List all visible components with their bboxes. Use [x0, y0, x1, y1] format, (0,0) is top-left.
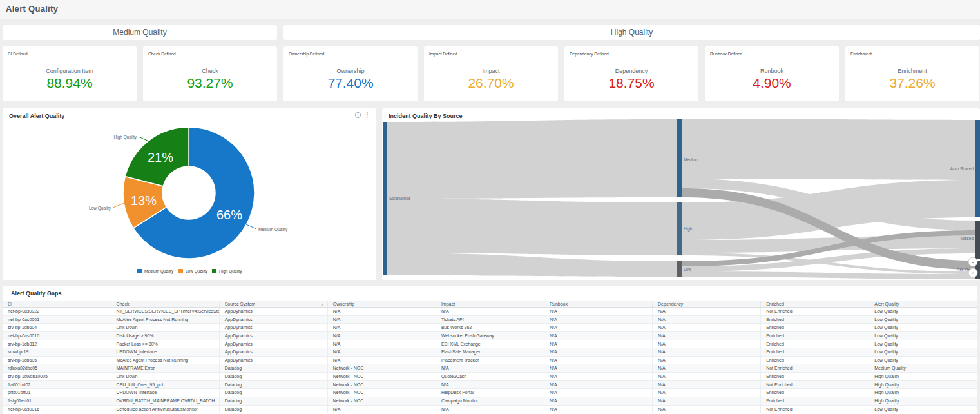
svg-text:Medium: Medium	[684, 157, 698, 162]
svg-text:SolarWinds: SolarWinds	[389, 196, 411, 201]
svg-text:21%: 21%	[148, 150, 173, 164]
svg-text:Missed: Missed	[960, 236, 974, 241]
svg-text:Low: Low	[684, 267, 691, 271]
svg-text:Low Quality: Low Quality	[89, 206, 111, 211]
svg-text:High: High	[684, 226, 693, 232]
svg-text:High Quality: High Quality	[114, 135, 137, 140]
svg-text:Low Quality: Low Quality	[186, 269, 208, 274]
svg-text:66%: 66%	[216, 208, 242, 222]
svg-text:13%: 13%	[131, 193, 157, 208]
svg-text:Medium Quality: Medium Quality	[144, 269, 174, 274]
svg-text:Auto Shared: Auto Shared	[950, 166, 974, 171]
svg-text:High Quality: High Quality	[219, 269, 242, 274]
svg-text:▲: ▲	[972, 261, 974, 264]
svg-text:Medium Quality: Medium Quality	[258, 227, 288, 232]
svg-text:▼: ▼	[972, 271, 974, 275]
